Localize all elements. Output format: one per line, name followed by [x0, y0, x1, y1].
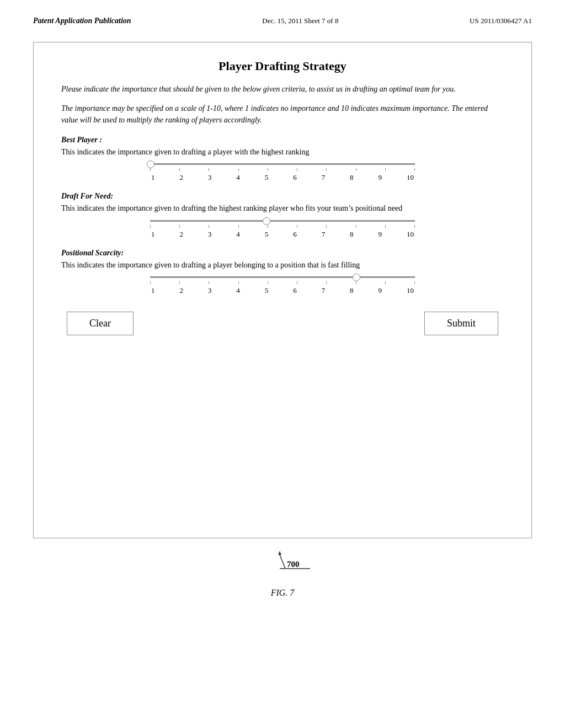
- label-7: 7: [322, 173, 326, 182]
- label-9: 9: [379, 286, 382, 295]
- label-10: 10: [407, 173, 414, 182]
- section-3-label: Positional Scarcity:: [61, 249, 504, 258]
- label-8: 8: [350, 230, 354, 239]
- tick: [238, 225, 239, 228]
- tick: [414, 168, 415, 171]
- label-2: 2: [179, 286, 183, 295]
- tick: [356, 281, 356, 284]
- draft-need-slider-container: 1 2 3 4 5 6 7 8 9 10: [150, 220, 415, 239]
- tick: [209, 225, 209, 228]
- tick: [268, 225, 268, 228]
- tick: [209, 168, 209, 171]
- slider-3-ticks: [150, 281, 415, 284]
- section-best-player: Best Player : This indicates the importa…: [61, 136, 504, 182]
- svg-line-0: [280, 555, 285, 569]
- intro-paragraph-2: The importance may be specified on a sca…: [61, 103, 504, 126]
- label-2: 2: [179, 230, 183, 239]
- tick: [179, 225, 180, 228]
- tick: [356, 225, 356, 228]
- tick: [238, 168, 239, 171]
- tick: [179, 281, 180, 284]
- label-8: 8: [350, 286, 354, 295]
- slider-2-ticks: [150, 225, 415, 228]
- svg-marker-2: [278, 551, 281, 555]
- label-6: 6: [293, 286, 297, 295]
- label-3: 3: [208, 230, 212, 239]
- label-10: 10: [407, 286, 414, 295]
- figure-label: FIG. 7: [0, 588, 565, 598]
- tick: [414, 281, 415, 284]
- date-sheet-label: Dec. 15, 2011 Sheet 7 of 8: [262, 17, 338, 25]
- label-1: 1: [151, 173, 155, 182]
- slider-1-thumb[interactable]: [147, 160, 154, 168]
- page-header: Patent Application Publication Dec. 15, …: [0, 0, 565, 31]
- slider-2-track: [150, 220, 415, 222]
- section-1-label: Best Player :: [61, 136, 504, 144]
- tick: [326, 281, 327, 284]
- section-3-desc: This indicates the importance given to d…: [61, 260, 504, 271]
- section-1-desc: This indicates the importance given to d…: [61, 147, 504, 158]
- label-4: 4: [236, 230, 240, 239]
- slider-2-thumb[interactable]: [263, 217, 270, 225]
- clear-button[interactable]: Clear: [67, 312, 134, 335]
- tick: [356, 168, 356, 171]
- label-6: 6: [293, 173, 297, 182]
- slider-1-labels: 1 2 3 4 5 6 7 8 9 10: [150, 173, 415, 182]
- publication-label: Patent Application Publication: [33, 17, 131, 25]
- label-4: 4: [236, 173, 240, 182]
- label-8: 8: [350, 173, 354, 182]
- best-player-slider-container: 1 2 3 4 5 6 7 8 9 10: [150, 163, 415, 182]
- section-2-label: Draft For Need:: [61, 192, 504, 201]
- tick: [326, 225, 327, 228]
- tick: [179, 168, 180, 171]
- label-5: 5: [265, 286, 269, 295]
- tick: [297, 168, 297, 171]
- tick: [326, 168, 327, 171]
- tick: [150, 225, 151, 228]
- label-1: 1: [151, 230, 155, 239]
- label-7: 7: [322, 230, 326, 239]
- slider-3-track: [150, 276, 415, 278]
- slider-1-track: [150, 163, 415, 165]
- form-title: Player Drafting Strategy: [61, 59, 504, 73]
- label-1: 1: [151, 286, 155, 295]
- label-5: 5: [265, 173, 269, 182]
- tick: [268, 281, 268, 284]
- tick: [150, 281, 151, 284]
- intro-paragraph-1: Please indicate the importance that shou…: [61, 83, 504, 95]
- section-positional-scarcity: Positional Scarcity: This indicates the …: [61, 249, 504, 295]
- label-3: 3: [208, 173, 212, 182]
- slider-3-labels: 1 2 3 4 5 6 7 8 9 10: [150, 286, 415, 295]
- section-2-desc: This indicates the importance given to d…: [61, 203, 504, 214]
- tick: [150, 168, 151, 171]
- ref-number: 700: [287, 560, 300, 569]
- label-3: 3: [208, 286, 212, 295]
- section-draft-for-need: Draft For Need: This indicates the impor…: [61, 192, 504, 238]
- slider-1-ticks: [150, 168, 415, 171]
- tick: [385, 281, 386, 284]
- label-9: 9: [379, 173, 382, 182]
- slider-3-thumb[interactable]: [353, 274, 360, 281]
- tick: [385, 168, 386, 171]
- submit-button[interactable]: Submit: [424, 312, 498, 335]
- label-10: 10: [407, 230, 414, 239]
- label-7: 7: [322, 286, 326, 295]
- tick: [385, 225, 386, 228]
- slider-2-labels: 1 2 3 4 5 6 7 8 9 10: [150, 230, 415, 239]
- label-9: 9: [379, 230, 382, 239]
- figure-arrow-area: 700: [0, 549, 565, 582]
- tick: [297, 225, 297, 228]
- tick: [414, 225, 415, 228]
- tick: [297, 281, 297, 284]
- positional-scarcity-slider-container: 1 2 3 4 5 6 7 8 9 10: [150, 276, 415, 295]
- label-6: 6: [293, 230, 297, 239]
- patent-number-label: US 2011/0306427 A1: [470, 17, 532, 25]
- tick: [268, 168, 268, 171]
- arrow-svg: 700: [249, 549, 316, 582]
- label-4: 4: [236, 286, 240, 295]
- main-content-box: Player Drafting Strategy Please indicate…: [33, 42, 532, 538]
- label-2: 2: [179, 173, 183, 182]
- tick: [209, 281, 209, 284]
- tick: [238, 281, 239, 284]
- label-5: 5: [265, 230, 269, 239]
